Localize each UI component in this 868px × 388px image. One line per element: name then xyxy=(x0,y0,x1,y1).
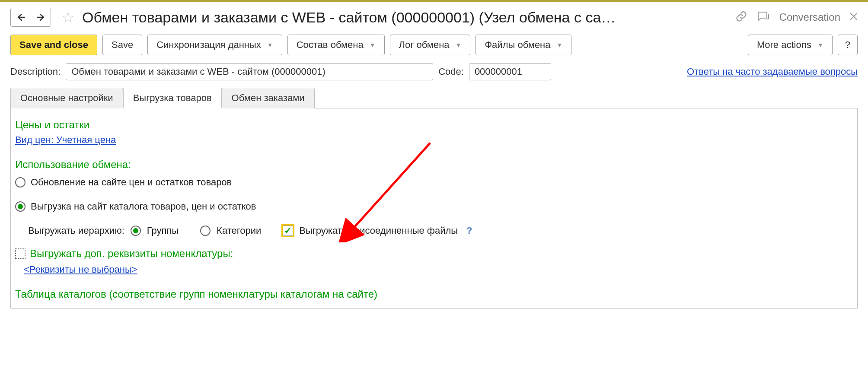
arrow-left-icon xyxy=(16,13,25,21)
catalogs-section-title: Таблица каталогов (соответствие групп но… xyxy=(15,288,853,300)
code-input[interactable] xyxy=(469,63,551,80)
attached-files-help-icon[interactable]: ? xyxy=(466,225,472,236)
conversation-icon[interactable] xyxy=(757,11,770,24)
prices-section-title: Цены и остатки xyxy=(15,119,853,131)
chevron-down-icon: ▼ xyxy=(817,41,823,48)
link-icon[interactable] xyxy=(735,10,747,25)
conversation-button[interactable]: Conversation xyxy=(779,11,840,23)
files-label: Файлы обмена xyxy=(485,39,550,51)
exchange-log-button[interactable]: Лог обмена▼ xyxy=(390,35,471,55)
radio-export-catalog[interactable] xyxy=(15,201,26,212)
radio-export-catalog-label: Выгрузка на сайт каталога товаров, цен и… xyxy=(31,201,256,212)
radio-hierarchy-groups[interactable] xyxy=(131,226,141,236)
exchange-composition-button[interactable]: Состав обмена▼ xyxy=(287,35,385,55)
sync-data-button[interactable]: Синхронизация данных▼ xyxy=(147,35,282,55)
description-input[interactable] xyxy=(66,63,433,80)
save-and-close-label: Save and close xyxy=(19,39,88,51)
hierarchy-label: Выгружать иерархию: xyxy=(28,225,124,236)
tab-exchange-orders[interactable]: Обмен заказами xyxy=(222,88,315,108)
log-label: Лог обмена xyxy=(399,39,450,51)
code-label: Code: xyxy=(438,66,464,77)
chevron-down-icon: ▼ xyxy=(557,41,563,48)
checkbox-export-extra-props[interactable] xyxy=(15,248,26,259)
chevron-down-icon: ▼ xyxy=(370,41,376,48)
forward-button[interactable] xyxy=(31,8,51,26)
arrow-right-icon xyxy=(37,13,45,21)
close-icon[interactable] xyxy=(850,13,858,22)
chevron-down-icon: ▼ xyxy=(267,41,273,48)
radio-hierarchy-categories-label: Категории xyxy=(217,225,261,236)
faq-link[interactable]: Ответы на часто задаваемые вопросы xyxy=(687,66,858,77)
help-button[interactable]: ? xyxy=(838,35,858,55)
radio-hierarchy-categories[interactable] xyxy=(200,226,211,236)
extra-props-link[interactable]: <Реквизиты не выбраны> xyxy=(24,264,137,275)
sync-label: Синхронизация данных xyxy=(156,39,261,51)
description-label: Description: xyxy=(10,66,61,77)
price-type-link[interactable]: Вид цен: Учетная цена xyxy=(15,134,116,146)
checkbox-export-attached-label: Выгружать присоединенные файлы xyxy=(299,225,458,236)
page-title: Обмен товарами и заказами с WEB - сайтом… xyxy=(82,9,726,26)
more-actions-button[interactable]: More actions▼ xyxy=(748,35,833,55)
save-label: Save xyxy=(112,39,133,51)
help-label: ? xyxy=(845,39,850,51)
composition-label: Состав обмена xyxy=(297,39,364,51)
save-and-close-button[interactable]: Save and close xyxy=(10,35,97,55)
export-extra-title: Выгружать доп. реквизиты номенклатуры: xyxy=(30,248,233,260)
tab-main-settings[interactable]: Основные настройки xyxy=(10,88,123,108)
radio-update-prices[interactable] xyxy=(15,177,26,188)
save-button[interactable]: Save xyxy=(102,35,142,55)
exchange-files-button[interactable]: Файлы обмена▼ xyxy=(475,35,571,55)
radio-hierarchy-groups-label: Группы xyxy=(147,225,179,236)
back-button[interactable] xyxy=(11,8,31,26)
radio-update-prices-label: Обновление на сайте цен и остатков товар… xyxy=(31,177,232,188)
chevron-down-icon: ▼ xyxy=(456,41,462,48)
favorite-star-icon[interactable]: ☆ xyxy=(61,9,74,26)
tab-export-goods[interactable]: Выгрузка товаров xyxy=(123,88,222,108)
more-label: More actions xyxy=(757,39,811,51)
usage-section-title: Использование обмена: xyxy=(15,159,853,171)
checkbox-export-attached-files[interactable]: ✓ xyxy=(283,226,293,236)
